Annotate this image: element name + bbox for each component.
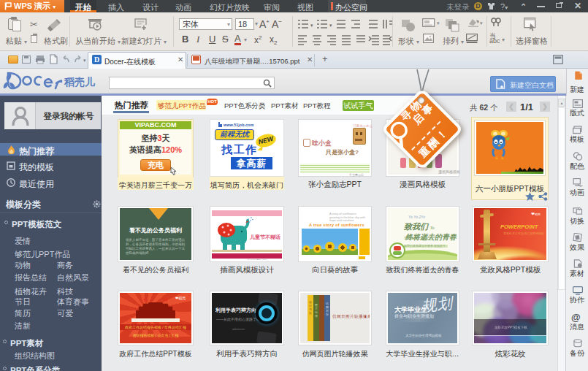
svg-text:稻壳儿: 稻壳儿 bbox=[64, 76, 96, 88]
svg-text:▾: ▾ bbox=[310, 23, 313, 28]
svg-text:▾: ▾ bbox=[329, 23, 332, 28]
svg-text:▾: ▾ bbox=[437, 20, 440, 26]
svg-text:▾: ▾ bbox=[480, 20, 483, 26]
